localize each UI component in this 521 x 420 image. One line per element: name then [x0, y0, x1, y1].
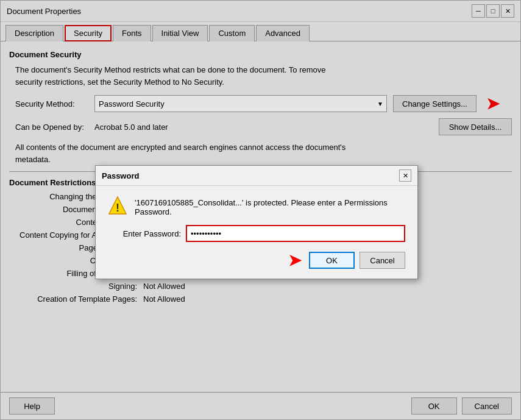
ok-arrow-icon: ➤ — [288, 252, 302, 268]
dialog-title-bar: Password ✕ — [96, 166, 417, 186]
dialog-close-button[interactable]: ✕ — [399, 169, 411, 182]
dialog-field-row: Enter Password: — [108, 225, 405, 242]
document-properties-window: Document Properties ─ □ ✕ Description Se… — [0, 0, 521, 420]
svg-text:!: ! — [116, 202, 119, 214]
dialog-buttons: ➤ OK Cancel — [108, 252, 405, 269]
dialog-message-text: '1607169105885_Consolidat...' is protect… — [135, 196, 405, 216]
password-dialog: Password ✕ ! '1607169105885_Consolidat..… — [95, 165, 418, 279]
enter-password-label: Enter Password: — [108, 229, 181, 238]
password-input[interactable] — [186, 225, 405, 242]
password-dialog-overlay: Password ✕ ! '1607169105885_Consolidat..… — [1, 1, 520, 419]
dialog-title: Password — [102, 171, 139, 180]
dialog-ok-button[interactable]: OK — [309, 252, 355, 269]
dialog-message-row: ! '1607169105885_Consolidat...' is prote… — [108, 196, 405, 216]
warning-icon: ! — [108, 196, 127, 215]
dialog-cancel-button[interactable]: Cancel — [360, 252, 405, 269]
dialog-content: ! '1607169105885_Consolidat...' is prote… — [96, 186, 417, 279]
